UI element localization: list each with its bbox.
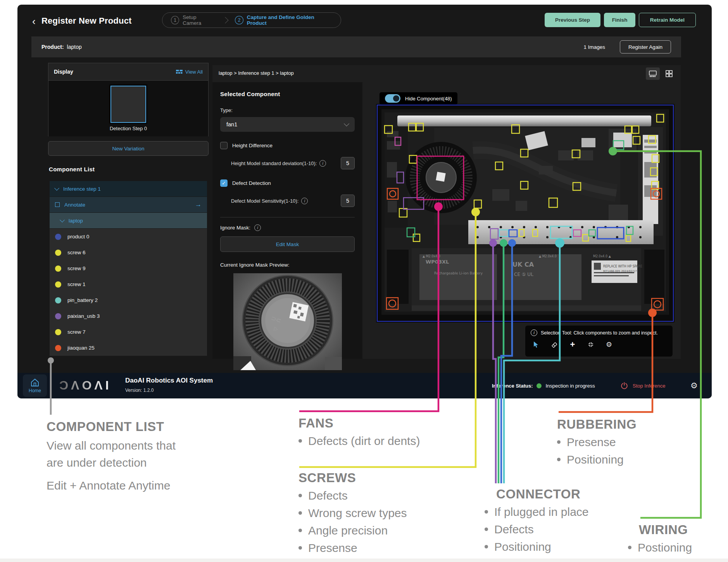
home-button[interactable]: Home [23, 374, 47, 397]
ignore-mask-preview-label: Current Ignore Mask Preview: [220, 262, 355, 268]
component-list-item[interactable]: product 0 [50, 229, 207, 245]
svg-text:M2.0x4.0 ▲: M2.0x4.0 ▲ [593, 255, 611, 258]
finish-button[interactable]: Finish [604, 13, 635, 27]
component-list-item[interactable]: pin_battery 2 [50, 292, 207, 308]
component-list-heading: Component List [49, 166, 95, 172]
annotation-bullet: Postioning [628, 539, 692, 556]
ignore-mask-label: Ignore Mask: [220, 225, 250, 231]
register-again-button[interactable]: Register Again [620, 40, 671, 53]
svg-text:REPLACE WITH HP SPARE: REPLACE WITH HP SPARE [603, 265, 642, 268]
display-panel-title: Display [54, 69, 73, 75]
annotation-bullet: Positioning [485, 538, 589, 555]
bullet-dot [298, 439, 302, 443]
bullet-dot [485, 528, 488, 531]
height-difference-checkbox[interactable] [220, 142, 228, 149]
component-item-label: paixian_usb 3 [67, 313, 100, 319]
annotation-fans: FANS Defects (dirt or dents) [298, 416, 420, 450]
component-items: product 0 screw 6 screw 9 screw [50, 229, 207, 356]
edit-mask-button[interactable]: Edit Mask [220, 236, 355, 252]
annotation-title: RUBBERING [557, 417, 637, 432]
hide-component-toggle[interactable] [385, 94, 400, 103]
page-title: Register New Product [41, 16, 132, 26]
component-list-item[interactable]: screw 9 [50, 260, 207, 276]
retrain-model-button[interactable]: Retrain Model [639, 13, 696, 27]
images-count: 1 Images [583, 44, 605, 50]
annotation-bullet: Presense [557, 433, 637, 451]
annotation-extra-line: Edit + Annotate Anytime [47, 479, 229, 492]
back-chevron-icon[interactable]: ‹ [32, 16, 36, 26]
step-setup-camera[interactable]: 1 Setup Camera [171, 14, 215, 26]
group-inference-step[interactable]: Inference step 1 [50, 181, 207, 197]
defect-detection-checkbox[interactable]: ✓ [220, 179, 228, 187]
component-list-item[interactable]: screw 1 [50, 276, 207, 292]
fit-view-tool-button[interactable] [587, 341, 595, 348]
component-list-item[interactable]: jiaoquan 25 [50, 340, 207, 356]
component-color-dot [55, 345, 61, 351]
view-all-button[interactable]: View All [176, 69, 203, 75]
component-list-item[interactable]: paixian_usb 3 [50, 308, 207, 324]
selection-tool-hint: Selection Tool: Click components to zoom… [541, 330, 658, 336]
step-label-1: Setup Camera [183, 14, 215, 26]
chevron-down-icon [344, 121, 349, 126]
single-view-button[interactable] [646, 67, 660, 80]
ignore-mask-preview-image: ⊃⊂▷ [233, 273, 342, 370]
component-list-item[interactable]: screw 7 [50, 324, 207, 340]
annotation-line: are under detection [47, 454, 229, 471]
breadcrumb: laptop > Inference step 1 > laptop [219, 70, 294, 76]
thumbnail-caption: Detection Step 0 [110, 126, 147, 131]
previous-step-button[interactable]: Previous Step [545, 13, 600, 27]
product-label: Product: [41, 44, 64, 50]
eraser-tool-button[interactable] [550, 341, 558, 348]
component-item-label: screw 1 [67, 281, 86, 287]
component-color-dot [55, 297, 61, 303]
component-item-label: pin_battery 2 [67, 297, 98, 303]
height-difference-label: Height Difference [232, 143, 273, 148]
arrow-right-icon[interactable]: → [195, 202, 202, 207]
type-select[interactable]: fan1 [220, 117, 355, 132]
annotate-row[interactable]: Annotate → [50, 197, 207, 212]
inference-status-value: Inspection in progress [545, 383, 595, 389]
group-laptop[interactable]: laptop [50, 213, 207, 228]
component-list: Inference step 1 Annotate → laptop produ… [50, 181, 207, 359]
grid-icon [665, 70, 673, 78]
cursor-tool-button[interactable] [532, 341, 540, 348]
defect-sensitivity-label: Defect Model Sensitivity(1-10): [231, 198, 298, 204]
height-std-value-field[interactable]: 5 [341, 157, 355, 169]
collapse-arrows-icon [587, 341, 594, 348]
system-version: Version: 1.2.0 [125, 388, 154, 393]
info-icon[interactable]: i [254, 224, 261, 231]
component-color-dot [55, 281, 61, 288]
info-icon[interactable]: i [301, 198, 308, 204]
divider [220, 217, 355, 217]
viewer-settings-button[interactable]: ⚙ [605, 341, 613, 348]
svg-text:WP03XL: WP03XL [426, 259, 449, 265]
defect-detection-label: Defect Detection [232, 180, 271, 186]
chevron-down-icon [60, 217, 65, 222]
bullet-dot [557, 440, 561, 444]
view-all-label: View All [185, 69, 203, 75]
pcb-inspection-image[interactable]: WP03XL Rechargeable Li-ion Battery UK CA… [376, 104, 675, 322]
annotation-bullet: Angle precision [298, 522, 407, 539]
grid-view-button[interactable] [662, 67, 676, 80]
annotation-title: COMPONENT LIST [47, 419, 229, 434]
component-item-label: jiaoquan 25 [67, 345, 95, 351]
settings-gear-icon[interactable]: ⚙ [690, 381, 698, 390]
defect-sensitivity-value-field[interactable]: 5 [341, 195, 355, 207]
group-laptop-label: laptop [69, 218, 83, 224]
page-bottom-strip [0, 559, 728, 562]
annotate-label: Annotate [64, 202, 85, 208]
step-capture-define[interactable]: 2 Capture and Define Golden Product [235, 14, 332, 26]
annotation-bullet: Defects (dirt or dents) [298, 432, 420, 450]
zoom-in-tool-button[interactable]: + [569, 341, 576, 348]
annotation-component-list: COMPONENT LIST View all components thata… [47, 419, 229, 492]
product-bar: Product:laptop 1 Images Register Again [31, 36, 681, 57]
monitor-icon [649, 70, 657, 78]
svg-text:CE ⑤ UL: CE ⑤ UL [514, 272, 533, 277]
component-list-item[interactable]: screw 6 [50, 245, 207, 260]
annotation-title: FANS [298, 416, 420, 431]
stop-inference-button[interactable]: Stop Inference [621, 373, 666, 398]
bullet-dot [298, 511, 302, 515]
new-variation-button[interactable]: New Variation [48, 141, 209, 156]
detection-step-thumbnail[interactable] [110, 86, 146, 123]
info-icon[interactable]: i [319, 160, 326, 167]
